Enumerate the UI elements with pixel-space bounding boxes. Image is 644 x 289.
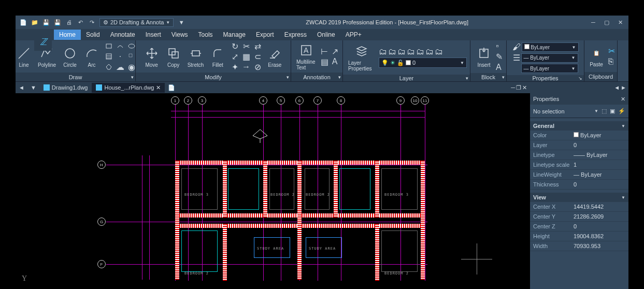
- list-icon[interactable]: ☰: [513, 53, 520, 63]
- layer-freeze-icon[interactable]: 🗂: [407, 47, 415, 56]
- prop-row[interactable]: Center Y21286.2609: [530, 212, 628, 222]
- layer-prev-icon[interactable]: 🗂: [435, 47, 443, 56]
- quick-select-icon[interactable]: ⬚: [602, 108, 607, 114]
- break-icon[interactable]: ⊘: [252, 62, 263, 71]
- menu-tab-app[interactable]: APP+: [340, 30, 367, 40]
- insert-block-tool[interactable]: Insert: [474, 45, 494, 69]
- menu-tab-home[interactable]: Home: [54, 30, 81, 40]
- expand-icon[interactable]: ▾: [287, 75, 289, 80]
- new-tab-icon[interactable]: 📄: [165, 84, 178, 91]
- select-objects-icon[interactable]: ▣: [610, 108, 615, 114]
- menu-tab-views[interactable]: Views: [166, 30, 193, 40]
- offset-icon[interactable]: ⊂: [252, 52, 263, 61]
- redo-icon[interactable]: ↷: [87, 17, 97, 27]
- create-block-icon[interactable]: ▫: [496, 41, 503, 51]
- arc-tool[interactable]: Arc: [82, 45, 102, 69]
- expand-icon[interactable]: ▾: [466, 76, 468, 81]
- copy-tool[interactable]: Copy: [164, 45, 183, 69]
- extend-icon[interactable]: →: [241, 62, 251, 71]
- paste-tool[interactable]: 📋Paste: [586, 44, 606, 68]
- new-icon[interactable]: 📄: [18, 17, 28, 27]
- pickset-icon[interactable]: ⚡: [618, 108, 625, 114]
- copy-clip-icon[interactable]: ⎘: [608, 57, 615, 66]
- prop-row[interactable]: Color ByLayer: [530, 131, 628, 140]
- section-view[interactable]: View▼: [530, 193, 628, 202]
- layer-off-icon[interactable]: 🗂: [397, 47, 406, 56]
- prop-row[interactable]: Layer0: [530, 140, 628, 150]
- edit-block-icon[interactable]: ✎: [496, 52, 503, 62]
- menu-tab-insert[interactable]: Insert: [140, 30, 166, 40]
- layer-lock-icon[interactable]: 🗂: [416, 47, 424, 56]
- menu-tab-tools[interactable]: Tools: [193, 30, 218, 40]
- prop-row[interactable]: Thickness0: [530, 180, 628, 190]
- lineweight-combo[interactable]: — ByLayer▼: [521, 53, 578, 63]
- leader-icon[interactable]: ↗: [330, 47, 339, 56]
- stretch-tool[interactable]: Stretch: [185, 45, 206, 69]
- doc-minimize-icon[interactable]: ─: [511, 84, 515, 91]
- prop-row[interactable]: Center Z0: [530, 222, 628, 232]
- erase-tool[interactable]: Erase: [265, 45, 284, 69]
- minimize-button[interactable]: ─: [587, 18, 599, 27]
- save-icon[interactable]: 💾: [41, 17, 51, 27]
- tab-nav-right[interactable]: ▼: [27, 84, 39, 91]
- layer-combo[interactable]: 💡 ☀ 🔓 0 ▼: [379, 57, 467, 68]
- menu-tab-manage[interactable]: Manage: [218, 30, 251, 40]
- maximize-button[interactable]: ▢: [600, 18, 613, 27]
- open-icon[interactable]: 📁: [30, 17, 40, 27]
- qat-dropdown-icon[interactable]: ▼: [176, 17, 187, 27]
- workspace-selector[interactable]: ⚙ 2D Drafting & Annota ▼: [99, 18, 174, 27]
- menu-tab-export[interactable]: Export: [251, 30, 279, 40]
- prop-row[interactable]: Linetype—— ByLayer: [530, 150, 628, 160]
- doc-tab-house[interactable]: House_...rPlan.dwg✕: [92, 83, 165, 93]
- circle-tool[interactable]: Circle: [60, 45, 80, 69]
- move-tool[interactable]: Move: [142, 45, 162, 69]
- rotate-icon[interactable]: ↻: [230, 41, 240, 51]
- expand-icon[interactable]: ▾: [502, 75, 505, 80]
- expand-icon[interactable]: ▾: [338, 75, 341, 80]
- doc-tab-drawing1[interactable]: Drawing1.dwg: [39, 83, 92, 92]
- dimension-icon[interactable]: ⊢: [320, 47, 329, 56]
- layer-properties-tool[interactable]: Layer Properties: [346, 42, 377, 73]
- saveas-icon[interactable]: 💾: [52, 17, 63, 27]
- close-button[interactable]: ✕: [614, 18, 626, 27]
- section-general[interactable]: General▼: [530, 121, 628, 131]
- expand-arrow-icon[interactable]: ↘: [578, 76, 582, 81]
- drawing-canvas[interactable]: 1 2 3 4 5 6 7 8 9 10 11 H G F: [16, 93, 530, 289]
- layer-match-icon[interactable]: 🗂: [425, 47, 434, 56]
- selection-combo[interactable]: No selection: [533, 108, 591, 114]
- cut-icon[interactable]: ✂: [608, 46, 615, 56]
- trim-icon[interactable]: ✂: [241, 41, 251, 51]
- hatch-icon[interactable]: [104, 52, 114, 61]
- color-combo[interactable]: ByLayer▼: [522, 42, 579, 52]
- mtext-tool[interactable]: AMultiline Text: [294, 41, 318, 71]
- menu-tab-annotate[interactable]: Annotate: [105, 30, 140, 40]
- line-tool[interactable]: Line: [14, 45, 34, 69]
- layer-state-icon[interactable]: 🗂: [379, 47, 387, 56]
- tab-nav-left[interactable]: ◄: [16, 84, 27, 91]
- close-panel-icon[interactable]: ✕: [621, 96, 625, 103]
- prop-row[interactable]: Width70930.953: [530, 241, 628, 251]
- menu-tab-express[interactable]: Express: [279, 30, 312, 40]
- close-tab-icon[interactable]: ✕: [156, 84, 161, 91]
- scale-icon[interactable]: ⤢: [230, 52, 240, 61]
- revcloud-icon[interactable]: ☁: [115, 62, 125, 71]
- match-props-icon[interactable]: 🖌: [512, 42, 521, 52]
- doc-close-icon[interactable]: ✕: [522, 84, 527, 91]
- polygon-icon[interactable]: [104, 62, 114, 71]
- doc-restore-icon[interactable]: ❐: [516, 84, 521, 91]
- menu-tab-online[interactable]: Online: [312, 30, 340, 40]
- spline-icon[interactable]: [115, 41, 125, 51]
- explode-icon[interactable]: ✦: [230, 62, 240, 71]
- fillet-tool[interactable]: Fillet: [208, 45, 227, 69]
- text-icon[interactable]: A: [330, 57, 339, 66]
- view-cube[interactable]: [250, 128, 270, 145]
- expand-icon[interactable]: ▾: [131, 75, 134, 80]
- point-icon[interactable]: ·: [115, 52, 125, 61]
- attr-block-icon[interactable]: A: [496, 63, 503, 72]
- rectangle-icon[interactable]: [104, 41, 114, 51]
- layer-iso-icon[interactable]: 🗂: [388, 47, 396, 56]
- plot-icon[interactable]: 🖨: [64, 17, 74, 27]
- linetype-combo[interactable]: — ByLayer▼: [521, 64, 578, 73]
- mirror-icon[interactable]: ⇄: [252, 41, 263, 51]
- app-logo[interactable]: ℤ: [34, 33, 52, 51]
